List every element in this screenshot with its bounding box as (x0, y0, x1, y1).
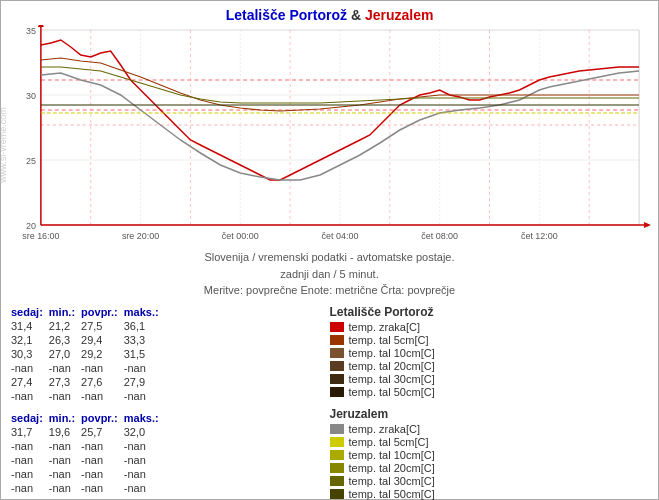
jeruzalem-legend-4: temp. tal 30cm[C] (330, 475, 649, 487)
jeruzalem-data-table: sedaj: min.: povpr.: maks.: 31,7 19,6 25… (11, 411, 165, 501)
jcell-povpr-0: 25,7 (81, 425, 124, 439)
cell-povpr-2: 29,2 (81, 347, 124, 361)
portoroz-table: sedaj: min.: povpr.: maks.: 31,4 21,2 27… (11, 305, 330, 501)
portoroz-label-1: temp. tal 5cm[C] (349, 334, 429, 346)
cell-povpr-3: -nan (81, 361, 124, 375)
portoroz-legend-1: temp. tal 5cm[C] (330, 334, 649, 346)
svg-text:sre 20:00: sre 20:00 (122, 231, 159, 241)
jheader-sedaj: sedaj: (11, 411, 49, 425)
jcell-sedaj-5: -nan (11, 495, 49, 501)
jeruzalem-row-3: -nan -nan -nan -nan (11, 467, 165, 481)
jcell-povpr-1: -nan (81, 439, 124, 453)
jheader-povpr: povpr.: (81, 411, 124, 425)
portoroz-color-3 (330, 361, 344, 371)
cell-povpr-0: 27,5 (81, 319, 124, 333)
jcell-min-1: -nan (49, 439, 81, 453)
cell-sedaj-2: 30,3 (11, 347, 49, 361)
portoroz-color-2 (330, 348, 344, 358)
cell-sedaj-1: 32,1 (11, 333, 49, 347)
cell-povpr-4: 27,6 (81, 375, 124, 389)
svg-text:20: 20 (26, 221, 36, 231)
cell-maks-3: -nan (124, 361, 165, 375)
portoroz-label-4: temp. tal 30cm[C] (349, 373, 435, 385)
jcell-povpr-5: -nan (81, 495, 124, 501)
portoroz-data-table: sedaj: min.: povpr.: maks.: 31,4 21,2 27… (11, 305, 165, 403)
portoroz-color-1 (330, 335, 344, 345)
jcell-min-2: -nan (49, 453, 81, 467)
jeruzalem-legend-5: temp. tal 50cm[C] (330, 488, 649, 500)
jcell-sedaj-2: -nan (11, 453, 49, 467)
cell-min-0: 21,2 (49, 319, 81, 333)
portoroz-label-2: temp. tal 10cm[C] (349, 347, 435, 359)
jcell-sedaj-1: -nan (11, 439, 49, 453)
jcell-maks-4: -nan (124, 481, 165, 495)
main-container: Letališče Portorož & Jeruzalem www.si-vr… (0, 0, 659, 500)
header-maks: maks.: (124, 305, 165, 319)
svg-text:www.si-vreme.com: www.si-vreme.com (1, 107, 8, 183)
jeruzalem-legend-0: temp. zraka[C] (330, 423, 649, 435)
header-min: min.: (49, 305, 81, 319)
chart-area: www.si-vreme.com 35 30 25 20 (1, 25, 658, 245)
info-line2: zadnji dan / 5 minut. (1, 266, 658, 283)
cell-min-3: -nan (49, 361, 81, 375)
jeruzalem-legend-title: Jeruzalem (330, 407, 649, 421)
jeruzalem-label-3: temp. tal 20cm[C] (349, 462, 435, 474)
jcell-maks-5: -nan (124, 495, 165, 501)
jcell-maks-1: -nan (124, 439, 165, 453)
portoroz-row-4: 27,4 27,3 27,6 27,9 (11, 375, 165, 389)
cell-maks-0: 36,1 (124, 319, 165, 333)
svg-text:30: 30 (26, 91, 36, 101)
jeruzalem-row-0: 31,7 19,6 25,7 32,0 (11, 425, 165, 439)
jeruzalem-label-4: temp. tal 30cm[C] (349, 475, 435, 487)
jcell-povpr-2: -nan (81, 453, 124, 467)
cell-maks-1: 33,3 (124, 333, 165, 347)
jeruzalem-label-0: temp. zraka[C] (349, 423, 421, 435)
jcell-maks-0: 32,0 (124, 425, 165, 439)
cell-sedaj-4: 27,4 (11, 375, 49, 389)
cell-povpr-1: 29,4 (81, 333, 124, 347)
cell-min-2: 27,0 (49, 347, 81, 361)
header-povpr: povpr.: (81, 305, 124, 319)
title-jeruzalem: Jeruzalem (365, 7, 433, 23)
portoroz-color-5 (330, 387, 344, 397)
portoroz-row-0: 31,4 21,2 27,5 36,1 (11, 319, 165, 333)
svg-marker-27 (644, 222, 651, 228)
title-portoroz: Letališče Portorož (226, 7, 347, 23)
info-text: Slovenija / vremenski podatki - avtomats… (1, 245, 658, 301)
jcell-min-3: -nan (49, 467, 81, 481)
svg-text:čet 08:00: čet 08:00 (421, 231, 458, 241)
jheader-maks: maks.: (124, 411, 165, 425)
jcell-maks-2: -nan (124, 453, 165, 467)
jeruzalem-label-5: temp. tal 50cm[C] (349, 488, 435, 500)
jeruzalem-color-5 (330, 489, 344, 499)
svg-text:čet 04:00: čet 04:00 (322, 231, 359, 241)
chart-svg: www.si-vreme.com 35 30 25 20 (1, 25, 658, 245)
cell-maks-2: 31,5 (124, 347, 165, 361)
jeruzalem-row-1: -nan -nan -nan -nan (11, 439, 165, 453)
cell-maks-4: 27,9 (124, 375, 165, 389)
cell-min-5: -nan (49, 389, 81, 403)
portoroz-label-0: temp. zraka[C] (349, 321, 421, 333)
svg-marker-29 (38, 25, 44, 27)
jeruzalem-color-2 (330, 450, 344, 460)
portoroz-legend-0: temp. zraka[C] (330, 321, 649, 333)
jcell-povpr-3: -nan (81, 467, 124, 481)
cell-povpr-5: -nan (81, 389, 124, 403)
jcell-sedaj-0: 31,7 (11, 425, 49, 439)
jeruzalem-header: sedaj: min.: povpr.: maks.: (11, 411, 165, 425)
portoroz-legend-2: temp. tal 10cm[C] (330, 347, 649, 359)
portoroz-row-3: -nan -nan -nan -nan (11, 361, 165, 375)
info-line3: Meritve: povprečne Enote: metrične Črta:… (1, 282, 658, 299)
data-section: sedaj: min.: povpr.: maks.: 31,4 21,2 27… (1, 301, 658, 501)
portoroz-legend-3: temp. tal 20cm[C] (330, 360, 649, 372)
jcell-povpr-4: -nan (81, 481, 124, 495)
jcell-sedaj-3: -nan (11, 467, 49, 481)
title-ampersand: & (347, 7, 365, 23)
svg-text:čet 00:00: čet 00:00 (222, 231, 259, 241)
jeruzalem-color-3 (330, 463, 344, 473)
jeruzalem-color-0 (330, 424, 344, 434)
jeruzalem-label-2: temp. tal 10cm[C] (349, 449, 435, 461)
jcell-min-4: -nan (49, 481, 81, 495)
info-line1: Slovenija / vremenski podatki - avtomats… (1, 249, 658, 266)
jcell-maks-3: -nan (124, 467, 165, 481)
